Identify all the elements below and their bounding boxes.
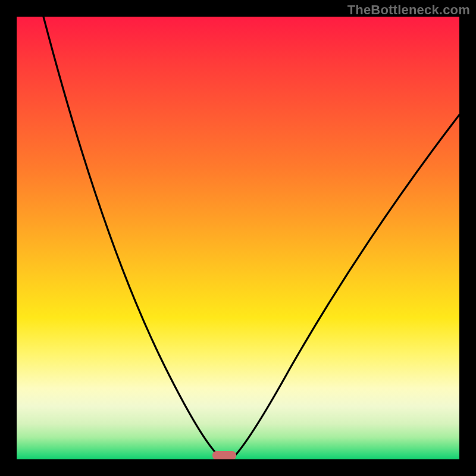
- bottleneck-marker: [212, 451, 236, 459]
- curve-right-branch: [231, 115, 459, 459]
- curve-left-branch: [43, 17, 223, 459]
- watermark-text: TheBottleneck.com: [347, 2, 470, 18]
- bottleneck-curve: [17, 17, 459, 459]
- plot-area: [17, 17, 459, 459]
- outer-frame: TheBottleneck.com: [0, 0, 476, 476]
